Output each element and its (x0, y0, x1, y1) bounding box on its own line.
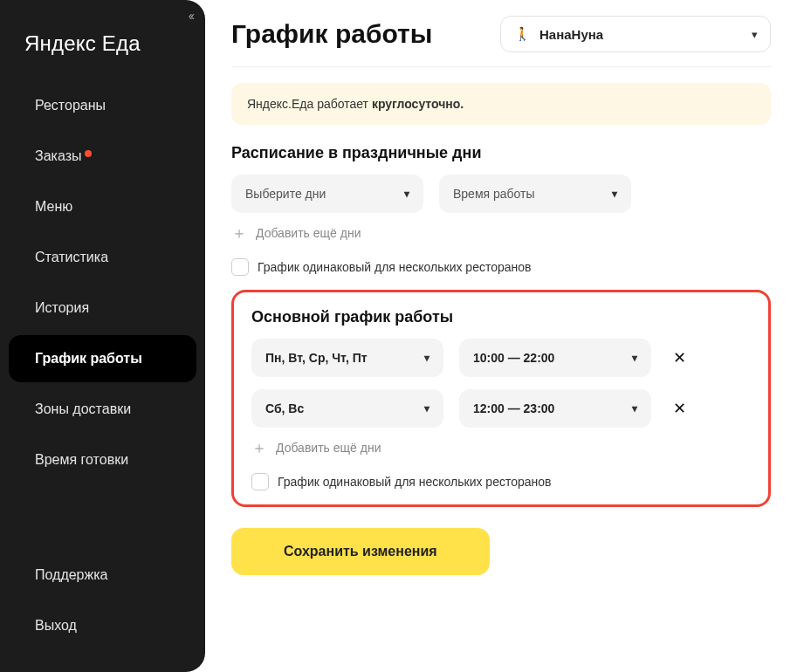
restaurant-icon: 🚶 (513, 25, 531, 43)
chevron-down-icon: ▾ (612, 188, 617, 200)
sidebar-collapse-icon[interactable]: ‹‹ (189, 9, 193, 23)
sidebar-item-delivery-zones[interactable]: Зоны доставки (9, 386, 196, 433)
holiday-time-select[interactable]: Время работы ▾ (439, 175, 631, 213)
plus-icon: ＋ (231, 225, 247, 241)
holiday-section-title: Расписание в праздничные дни (231, 144, 771, 162)
restaurant-name: НанаНуна (539, 27, 603, 42)
chevron-down-icon: ▾ (424, 352, 429, 364)
main-schedule-section: Основной график работы Пн, Вт, Ср, Чт, П… (231, 290, 771, 507)
main-section-title: Основной график работы (251, 308, 751, 326)
sidebar-item-support[interactable]: Поддержка (9, 552, 196, 599)
holiday-schedule-section: Расписание в праздничные дни Выберите дн… (231, 144, 771, 276)
chevron-down-icon: ▾ (424, 402, 429, 415)
plus-icon: ＋ (251, 440, 267, 456)
holiday-same-schedule-checkbox[interactable] (231, 258, 249, 276)
restaurant-picker[interactable]: 🚶 НанаНуна ▾ (500, 16, 771, 52)
sidebar: ‹‹ Яндекс Еда Рестораны Заказы Меню Стат… (0, 0, 205, 672)
close-icon: ✕ (673, 348, 686, 367)
sidebar-item-schedule[interactable]: График работы (9, 335, 196, 382)
delete-row-button-0[interactable]: ✕ (667, 346, 691, 370)
main-same-schedule-checkbox[interactable] (251, 473, 269, 490)
main-days-select-0[interactable]: Пн, Вт, Ср, Чт, Пт ▾ (251, 339, 443, 377)
sidebar-item-history[interactable]: История (9, 285, 196, 332)
sidebar-item-menu[interactable]: Меню (9, 183, 196, 230)
sidebar-item-orders[interactable]: Заказы (9, 133, 196, 180)
sidebar-item-statistics[interactable]: Статистика (9, 234, 196, 281)
sidebar-item-logout[interactable]: Выход (9, 602, 196, 649)
info-banner: Яндекс.Еда работает круглосуточно. (231, 83, 771, 125)
chevron-down-icon: ▾ (632, 402, 637, 415)
main-content: График работы 🚶 НанаНуна ▾ Яндекс.Еда ра… (205, 0, 797, 672)
delete-row-button-1[interactable]: ✕ (667, 396, 691, 421)
chevron-down-icon: ▾ (404, 188, 409, 200)
close-icon: ✕ (673, 399, 686, 418)
chevron-down-icon: ▾ (632, 352, 637, 364)
main-add-days[interactable]: ＋ Добавить ещё дни (251, 440, 751, 456)
holiday-same-schedule-label: График одинаковый для нескольких рестора… (258, 260, 532, 274)
sidebar-item-cooking-time[interactable]: Время готовки (9, 436, 196, 483)
chevron-down-icon: ▾ (752, 28, 758, 41)
orders-badge-icon (85, 150, 92, 157)
sidebar-item-restaurants[interactable]: Рестораны (9, 82, 196, 129)
holiday-days-select[interactable]: Выберите дни ▾ (231, 175, 423, 213)
main-same-schedule-label: График одинаковый для нескольких рестора… (278, 475, 552, 489)
holiday-add-days[interactable]: ＋ Добавить ещё дни (231, 225, 771, 241)
main-time-select-1[interactable]: 12:00 — 23:00 ▾ (459, 389, 651, 428)
main-time-select-0[interactable]: 10:00 — 22:00 ▾ (459, 339, 651, 377)
logo: Яндекс Еда (0, 12, 205, 80)
page-title: График работы (231, 19, 432, 49)
save-button[interactable]: Сохранить изменения (231, 528, 490, 575)
main-days-select-1[interactable]: Сб, Вс ▾ (251, 389, 443, 428)
